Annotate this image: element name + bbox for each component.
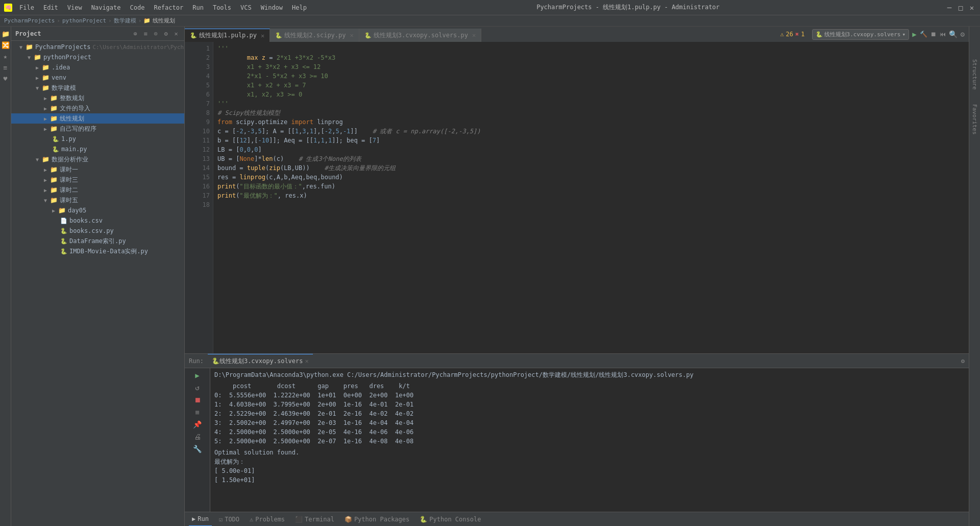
- tree-arrow-lesson3: ▶: [44, 177, 50, 183]
- menu-tools[interactable]: Tools: [209, 3, 235, 12]
- run-row-4: 4: 2.5000e+00 2.5000e+00 2e-05 4e-16 4e-…: [214, 427, 965, 437]
- breadcrumb-math[interactable]: 数学建模: [114, 17, 136, 25]
- vtab-structure[interactable]: Structure: [970, 57, 979, 92]
- menu-navigate[interactable]: Navigate: [87, 3, 125, 12]
- code-line-12: b = [[12],[-10]]; Aeq = [[1,1,1]]; beq =…: [217, 136, 965, 145]
- settings-icon[interactable]: ⚙: [162, 30, 170, 38]
- tree-item-bookscsvpy[interactable]: 🐍 books.csv.py: [11, 226, 184, 236]
- bottom-tab-terminal[interactable]: ⬛ Terminal: [292, 512, 337, 527]
- bottom-tab-python-console[interactable]: 🐍 Python Console: [416, 512, 484, 527]
- run-settings-button[interactable]: ⚙: [961, 357, 965, 365]
- bottom-tab-run[interactable]: ▶ Run: [189, 512, 212, 527]
- run-headers: pcost dcost gap pres dres k/t: [214, 381, 965, 391]
- tree-item-lesson1[interactable]: ▶ 📁 课时一: [11, 164, 184, 175]
- scroll-to-icon[interactable]: ⊙: [152, 30, 160, 38]
- bottom-tab-python-packages[interactable]: 📦 Python Packages: [341, 512, 412, 527]
- tree-item-import[interactable]: ▶ 📁 文件的导入: [11, 103, 184, 113]
- menu-edit[interactable]: Edit: [39, 3, 62, 12]
- vtab-favorites[interactable]: Favorites: [970, 102, 979, 137]
- tree-item-data[interactable]: ▼ 📁 数据分析作业: [11, 154, 184, 164]
- run-close-button[interactable]: ≡: [192, 407, 203, 417]
- tree-item-linear[interactable]: ▶ 📁 线性规划: [11, 113, 184, 124]
- stop-button[interactable]: ⏹: [930, 31, 937, 38]
- run-stop-button[interactable]: ⏹: [192, 395, 203, 405]
- favorites-icon[interactable]: ♥: [1, 74, 11, 84]
- run-headers-text: pcost dcost gap pres dres k/t: [214, 382, 410, 390]
- tree-item-pythonproject[interactable]: ▼ 📁 pythonProject: [11, 52, 184, 62]
- new-element-icon[interactable]: ⊕: [131, 30, 139, 38]
- search-button[interactable]: 🔍: [949, 30, 958, 38]
- tree-item-idea[interactable]: ▶ 📁 .idea: [11, 62, 184, 73]
- vcs-icon[interactable]: 🔀: [1, 40, 11, 50]
- close-panel-icon[interactable]: ✕: [172, 30, 180, 38]
- run-rerun-button[interactable]: ↺: [192, 382, 203, 393]
- tree-item-mainpy[interactable]: 🐍 main.py: [11, 144, 184, 154]
- run-wrench-button[interactable]: 🔧: [192, 444, 203, 454]
- dataframepy-file-icon: 🐍: [60, 238, 67, 245]
- run-button[interactable]: ▶: [912, 30, 916, 38]
- collapse-all-icon[interactable]: ≡: [141, 30, 150, 38]
- build-button[interactable]: 🔨: [920, 31, 927, 38]
- menu-vcs[interactable]: VCS: [236, 3, 256, 12]
- tree-item-root[interactable]: ▼ 📁 PycharmProjects C:\Users\Administrat…: [11, 42, 184, 52]
- editor-body: 1 2 3 4 5 6 7 8 9 10 11 12 13 14 15 16 1: [185, 42, 969, 526]
- bookscsvpy-file-icon: 🐍: [60, 228, 67, 234]
- code-editor[interactable]: ''' max z = 2*x1 +3*x2 -5*x3 x1 + 3*x2 +…: [213, 42, 969, 353]
- idea-folder-icon: 📁: [42, 64, 50, 71]
- menu-run[interactable]: Run: [188, 3, 208, 12]
- tree-item-day05[interactable]: ▶ 📁 day05: [11, 205, 184, 216]
- menu-view[interactable]: View: [63, 3, 86, 12]
- project-icon[interactable]: 📁: [1, 29, 11, 39]
- menu-refactor[interactable]: Refactor: [150, 3, 187, 12]
- menu-window[interactable]: Window: [257, 3, 287, 12]
- bottom-tab-todo[interactable]: ☑ TODO: [216, 512, 242, 527]
- tab-2[interactable]: 🐍 线性规划2.scipy.py ✕: [270, 29, 359, 42]
- close-button[interactable]: ✕: [968, 4, 976, 12]
- tab-3[interactable]: 🐍 线性规划3.cvxopy.solvers.py ✕: [359, 29, 482, 42]
- breadcrumb-pycharmprojects[interactable]: PycharmProjects: [4, 17, 55, 24]
- settings-button[interactable]: ⚙: [961, 30, 965, 38]
- tree-item-lesson5[interactable]: ▼ 📁 课时五: [11, 195, 184, 205]
- tree-item-math[interactable]: ▼ 📁 数学建模: [11, 83, 184, 93]
- maximize-button[interactable]: □: [957, 4, 965, 12]
- run-print-button[interactable]: 🖨: [192, 432, 203, 442]
- menu-help[interactable]: Help: [288, 3, 311, 12]
- tree-item-1py[interactable]: 🐍 1.py: [11, 134, 184, 144]
- tree-item-imdbpy[interactable]: 🐍 IMDB-Movie-Data实例.py: [11, 246, 184, 256]
- bookmarks-icon[interactable]: ★: [1, 51, 11, 61]
- tree-item-custom[interactable]: ▶ 📁 自己写的程序: [11, 124, 184, 134]
- tree-item-integer[interactable]: ▶ 📁 整数规划: [11, 93, 184, 103]
- code-line-5: x1 + x2 + x3 = 7: [217, 81, 965, 90]
- tree-item-lesson3[interactable]: ▶ 📁 课时三: [11, 175, 184, 185]
- tree-item-dataframepy[interactable]: 🐍 DataFrame索引.py: [11, 236, 184, 246]
- tab3-close[interactable]: ✕: [472, 32, 476, 39]
- tree-item-lesson2[interactable]: ▶ 📁 课时二: [11, 185, 184, 195]
- breadcrumb-linear[interactable]: 线性规划: [153, 17, 175, 25]
- run-tab-label: 线性规划3.cvxopy.solvers: [219, 357, 303, 366]
- run-config-icon: 🐍: [816, 31, 823, 38]
- menu-code[interactable]: Code: [126, 3, 149, 12]
- run-config-button[interactable]: 🐍 线性规划3.cvxopy.solvers ▾: [812, 29, 910, 40]
- tab-1[interactable]: 🐍 线性规划1.pulp.py ✕: [185, 29, 270, 42]
- code-line-8: # Scipy线性规划模型: [217, 108, 965, 117]
- warnings-indicator[interactable]: ⚠ 26 ✖ 1: [780, 31, 804, 38]
- run-scroll-button[interactable]: 📌: [192, 419, 203, 429]
- tree-item-bookscsv[interactable]: 📄 books.csv: [11, 216, 184, 226]
- run-play-button[interactable]: ▶: [192, 370, 203, 380]
- run-row-1-text: 1: 4.6038e+00 3.7995e+00 2e+00 1e-16 4e-…: [214, 401, 413, 408]
- project-header-icons: ⊕ ≡ ⊙ ⚙ ✕: [131, 30, 180, 38]
- tree-item-venv[interactable]: ▶ 📁 venv: [11, 73, 184, 83]
- structure-icon[interactable]: ≡: [1, 62, 11, 73]
- bottom-tab-problems[interactable]: ⚠ Problems: [247, 512, 288, 527]
- breadcrumb-pythonproject[interactable]: pythonProject: [62, 17, 106, 24]
- minimize-button[interactable]: ─: [945, 4, 953, 12]
- menu-file[interactable]: File: [15, 3, 38, 12]
- tab1-close[interactable]: ✕: [261, 32, 264, 39]
- packages-icon: 📦: [345, 516, 352, 523]
- right-vtabs: Structure Favorites: [969, 27, 980, 526]
- data-folder-icon: 📁: [42, 156, 50, 163]
- run-tab-close[interactable]: ✕: [305, 357, 309, 365]
- tab2-close[interactable]: ✕: [350, 32, 354, 39]
- run-tab-active[interactable]: 🐍 线性规划3.cvxopy.solvers ✕: [208, 354, 313, 368]
- coverage-button[interactable]: ⏮: [940, 31, 946, 38]
